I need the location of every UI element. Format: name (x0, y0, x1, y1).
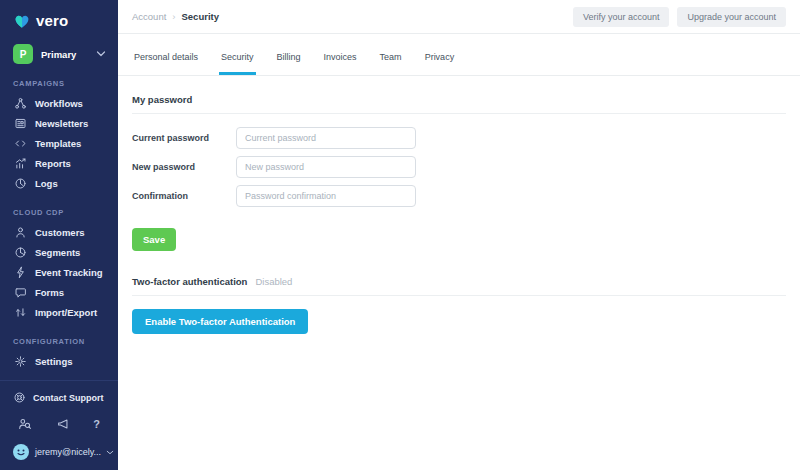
templates-icon (13, 137, 28, 150)
sidebar-item-settings[interactable]: Settings (0, 351, 118, 371)
sidebar-item-reports[interactable]: Reports (0, 153, 118, 173)
upgrade-account-button[interactable]: Upgrade your account (677, 7, 786, 27)
vero-heart-icon (13, 13, 31, 29)
tab-privacy[interactable]: Privacy (423, 43, 457, 75)
two-factor-status-badge: Disabled (255, 276, 292, 287)
verify-account-button[interactable]: Verify your account (573, 7, 670, 27)
new-password-label: New password (132, 162, 236, 172)
sidebar-section-campaigns: CAMPAIGNS Workflows Newsletters Template… (0, 79, 118, 193)
divider (132, 113, 786, 114)
sidebar-item-event-tracking[interactable]: Event Tracking (0, 262, 118, 282)
sidebar-item-label: Templates (35, 138, 81, 149)
form-row-new-password: New password (132, 156, 786, 178)
user-search-icon[interactable] (18, 417, 32, 431)
life-ring-icon (13, 391, 26, 404)
sidebar-item-import-export[interactable]: Import/Export (0, 302, 118, 322)
new-password-input[interactable] (236, 156, 416, 178)
user-menu[interactable]: jeremy@nicely... (13, 444, 105, 460)
breadcrumb: Account › Security (132, 11, 219, 22)
sidebar-item-label: Newsletters (35, 118, 88, 129)
sidebar-item-logs[interactable]: Logs (0, 173, 118, 193)
tab-billing[interactable]: Billing (275, 43, 303, 75)
chevron-down-icon (106, 449, 114, 456)
current-password-label: Current password (132, 133, 236, 143)
two-factor-header: Two-factor authentication Disabled (132, 276, 786, 287)
breadcrumb-security: Security (182, 11, 220, 22)
workspace-avatar: P (13, 44, 33, 64)
reports-icon (13, 157, 28, 170)
sidebar-section-configuration: CONFIGURATION Settings (0, 337, 118, 371)
contact-support-label: Contact Support (33, 393, 104, 403)
sidebar-item-segments[interactable]: Segments (0, 242, 118, 262)
section-label: CONFIGURATION (0, 337, 118, 346)
enable-two-factor-button[interactable]: Enable Two-factor Authentication (132, 309, 308, 334)
two-factor-section: Two-factor authentication Disabled Enabl… (132, 276, 786, 334)
vero-logo[interactable]: vero (0, 0, 118, 29)
confirmation-input[interactable] (236, 185, 416, 207)
help-icon[interactable]: ? (93, 418, 100, 430)
newsletters-icon (13, 117, 28, 130)
sidebar-footer: Contact Support ? jeremy@nicely... (0, 380, 118, 470)
sidebar-item-label: Event Tracking (35, 267, 103, 278)
sidebar-item-customers[interactable]: Customers (0, 222, 118, 242)
sidebar-item-label: Forms (35, 287, 64, 298)
two-factor-title: Two-factor authentication (132, 276, 247, 287)
sidebar-item-label: Logs (35, 178, 58, 189)
sidebar-item-label: Import/Export (35, 307, 97, 318)
user-email: jeremy@nicely... (35, 447, 101, 457)
workspace-name: Primary (41, 49, 76, 60)
workspace-selector[interactable]: P Primary (13, 44, 106, 64)
sidebar-item-label: Settings (35, 356, 72, 367)
event-tracking-icon (13, 266, 28, 279)
user-avatar (13, 444, 29, 460)
sidebar-section-cloud-cdp: CLOUD CDP Customers Segments Event Track… (0, 208, 118, 322)
sidebar-item-label: Workflows (35, 98, 83, 109)
form-row-current-password: Current password (132, 127, 786, 149)
sidebar-item-forms[interactable]: Forms (0, 282, 118, 302)
my-password-title: My password (132, 94, 786, 105)
sidebar-item-label: Reports (35, 158, 71, 169)
main-area: Account › Security Verify your account U… (118, 0, 800, 470)
topbar-actions: Verify your account Upgrade your account (573, 7, 786, 27)
sidebar: vero P Primary CAMPAIGNS Workflows Ne (0, 0, 118, 470)
sidebar-item-templates[interactable]: Templates (0, 133, 118, 153)
settings-icon (13, 355, 28, 368)
breadcrumb-account[interactable]: Account (132, 11, 166, 22)
chevron-down-icon (96, 50, 106, 58)
save-button[interactable]: Save (132, 228, 176, 251)
section-label: CAMPAIGNS (0, 79, 118, 88)
segments-icon (13, 246, 28, 259)
section-label: CLOUD CDP (0, 208, 118, 217)
tab-team[interactable]: Team (378, 43, 404, 75)
topbar: Account › Security Verify your account U… (118, 0, 800, 34)
footer-icons-row: ? (13, 417, 105, 431)
sidebar-item-label: Segments (35, 247, 80, 258)
account-tabs: Personal details Security Billing Invoic… (118, 43, 800, 76)
sidebar-item-workflows[interactable]: Workflows (0, 93, 118, 113)
logo-text: vero (36, 12, 69, 29)
announcements-icon[interactable] (56, 417, 70, 431)
sidebar-item-newsletters[interactable]: Newsletters (0, 113, 118, 133)
forms-icon (13, 286, 28, 299)
tab-security[interactable]: Security (219, 43, 256, 75)
security-content: My password Current password New passwor… (118, 76, 800, 334)
breadcrumb-separator: › (172, 11, 175, 22)
tab-personal-details[interactable]: Personal details (132, 43, 200, 75)
customers-icon (13, 226, 28, 239)
import-export-icon (13, 306, 28, 319)
sidebar-item-label: Customers (35, 227, 85, 238)
current-password-input[interactable] (236, 127, 416, 149)
workflows-icon (13, 97, 28, 110)
tab-invoices[interactable]: Invoices (322, 43, 359, 75)
divider (132, 295, 786, 296)
vero-app: vero P Primary CAMPAIGNS Workflows Ne (0, 0, 800, 470)
contact-support-button[interactable]: Contact Support (13, 391, 105, 404)
confirmation-label: Confirmation (132, 191, 236, 201)
logs-icon (13, 177, 28, 190)
form-row-confirmation: Confirmation (132, 185, 786, 207)
